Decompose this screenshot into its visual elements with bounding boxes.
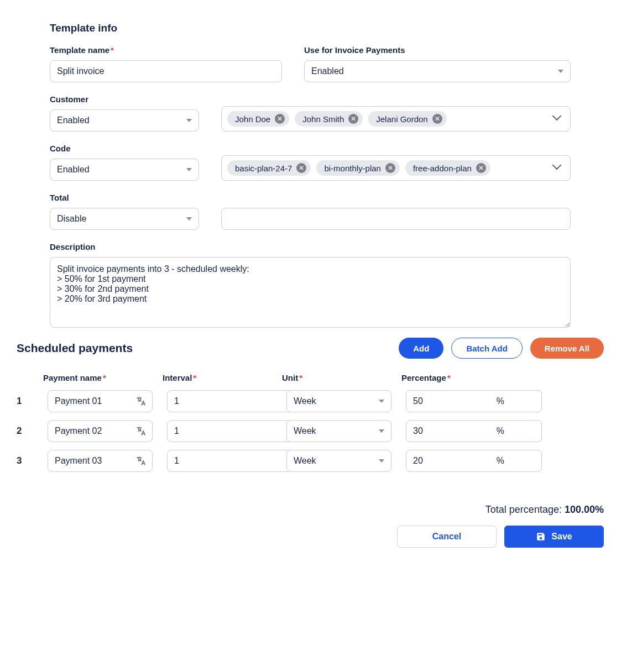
chip-remove-icon[interactable]: ✕ xyxy=(476,163,486,173)
total-percentage-label: Total percentage: xyxy=(485,504,562,515)
description-textarea[interactable] xyxy=(50,257,571,328)
chip-label: basic-plan-24-7 xyxy=(235,164,292,173)
chip-label: John Smith xyxy=(302,114,344,124)
chip-remove-icon[interactable]: ✕ xyxy=(275,114,285,124)
chip-label: bi-monthly-plan xyxy=(324,164,381,173)
code-select[interactable]: Enabled xyxy=(50,159,199,181)
select-value: Week xyxy=(294,396,316,406)
payments-table: Payment name* Interval* Unit* Percentage… xyxy=(17,373,620,472)
chip-label: free-addon-plan xyxy=(413,164,472,173)
customer-chip: John Smith ✕ xyxy=(295,111,363,127)
add-button[interactable]: Add xyxy=(399,338,443,359)
total-select[interactable]: Disable xyxy=(50,208,199,230)
chip-label: John Doe xyxy=(235,114,270,124)
description-label: Description xyxy=(50,242,571,251)
scheduled-title: Scheduled payments xyxy=(17,342,133,355)
translate-icon[interactable] xyxy=(135,426,147,437)
header-unit: Unit* xyxy=(282,373,387,382)
footer-buttons: Cancel Save xyxy=(17,526,620,548)
label-text: Template name xyxy=(50,45,109,55)
template-name-label: Template name* xyxy=(50,45,282,55)
interval-input[interactable] xyxy=(167,450,292,472)
payment-name-input[interactable]: Payment 03 xyxy=(48,450,153,472)
code-field: Code Enabled xyxy=(50,144,199,181)
select-value: Week xyxy=(294,456,316,466)
template-name-field: Template name* xyxy=(50,45,282,82)
save-icon xyxy=(536,532,546,542)
select-value: Disable xyxy=(57,214,86,224)
total-value-field xyxy=(221,193,571,230)
payments-header-row: Payment name* Interval* Unit* Percentage… xyxy=(43,373,604,382)
customer-multiselect[interactable]: John Doe ✕ John Smith ✕ Jelani Gordon ✕ xyxy=(221,106,571,132)
chip-remove-icon[interactable]: ✕ xyxy=(296,163,306,173)
header-percentage: Percentage* xyxy=(401,373,507,382)
percent-symbol: % xyxy=(497,456,504,466)
invoice-payments-label: Use for Invoice Payments xyxy=(304,45,571,55)
customer-chips-field: John Doe ✕ John Smith ✕ Jelani Gordon ✕ xyxy=(221,95,571,132)
caret-down-icon xyxy=(186,119,192,122)
input-value: Payment 03 xyxy=(55,456,102,466)
customer-chip: Jelani Gordon ✕ xyxy=(368,111,446,127)
interval-input[interactable] xyxy=(167,390,292,412)
invoice-payments-select[interactable]: Enabled xyxy=(304,60,571,82)
percent-symbol: % xyxy=(497,426,504,436)
unit-select[interactable]: Week xyxy=(286,420,391,442)
chip-remove-icon[interactable]: ✕ xyxy=(385,163,395,173)
caret-down-icon xyxy=(186,168,192,171)
header-interval: Interval* xyxy=(163,373,268,382)
code-label: Code xyxy=(50,144,199,153)
template-info-form: Template name* Use for Invoice Payments … xyxy=(50,45,571,328)
caret-down-icon xyxy=(379,459,384,463)
row-index: 1 xyxy=(17,396,33,407)
payment-row: 3 Payment 03 Week % xyxy=(17,450,604,472)
row-index: 2 xyxy=(17,426,33,437)
translate-icon[interactable] xyxy=(135,396,147,407)
select-value: Week xyxy=(294,426,316,436)
save-button[interactable]: Save xyxy=(504,526,604,548)
caret-down-icon xyxy=(186,217,192,221)
input-value: Payment 01 xyxy=(55,396,102,406)
remove-all-button[interactable]: Remove All xyxy=(530,338,604,359)
code-chips-field: basic-plan-24-7 ✕ bi-monthly-plan ✕ free… xyxy=(221,144,571,181)
chip-remove-icon[interactable]: ✕ xyxy=(432,114,442,124)
total-value-input[interactable] xyxy=(221,208,571,230)
code-chip: bi-monthly-plan ✕ xyxy=(316,160,400,176)
total-percentage-line: Total percentage: 100.00% xyxy=(17,504,620,516)
customer-label: Customer xyxy=(50,95,199,104)
customer-chip: John Doe ✕ xyxy=(227,111,289,127)
payment-name-input[interactable]: Payment 01 xyxy=(48,390,153,412)
code-multiselect[interactable]: basic-plan-24-7 ✕ bi-monthly-plan ✕ free… xyxy=(221,155,571,181)
code-chip: basic-plan-24-7 ✕ xyxy=(227,160,311,176)
save-label: Save xyxy=(551,532,572,542)
payment-name-input[interactable]: Payment 02 xyxy=(48,420,153,442)
percentage-input[interactable] xyxy=(406,420,542,442)
unit-select[interactable]: Week xyxy=(286,450,391,472)
interval-input[interactable] xyxy=(167,420,292,442)
translate-icon[interactable] xyxy=(135,455,147,466)
customer-field: Customer Enabled xyxy=(50,95,199,132)
select-value: Enabled xyxy=(311,66,344,76)
percent-symbol: % xyxy=(497,396,504,406)
total-field: Total Disable xyxy=(50,193,199,230)
template-name-input[interactable] xyxy=(50,60,282,82)
caret-down-icon xyxy=(379,429,384,433)
cancel-button[interactable]: Cancel xyxy=(397,526,497,548)
customer-select[interactable]: Enabled xyxy=(50,109,199,132)
batch-add-button[interactable]: Batch Add xyxy=(451,338,522,359)
chevron-down-icon xyxy=(552,111,562,120)
total-label: Total xyxy=(50,193,199,202)
scheduled-buttons: Add Batch Add Remove All xyxy=(399,338,604,359)
total-percentage-value: 100.00% xyxy=(565,504,604,515)
invoice-payments-field: Use for Invoice Payments Enabled xyxy=(304,45,571,82)
chip-remove-icon[interactable]: ✕ xyxy=(348,114,358,124)
caret-down-icon xyxy=(558,70,563,73)
scheduled-header: Scheduled payments Add Batch Add Remove … xyxy=(17,338,620,359)
percentage-input[interactable] xyxy=(406,390,542,412)
select-value: Enabled xyxy=(57,165,90,175)
caret-down-icon xyxy=(379,400,384,403)
description-field: Description xyxy=(50,242,571,328)
template-info-title: Template info xyxy=(50,22,620,34)
unit-select[interactable]: Week xyxy=(286,390,391,412)
code-chip: free-addon-plan ✕ xyxy=(405,160,490,176)
percentage-input[interactable] xyxy=(406,450,542,472)
